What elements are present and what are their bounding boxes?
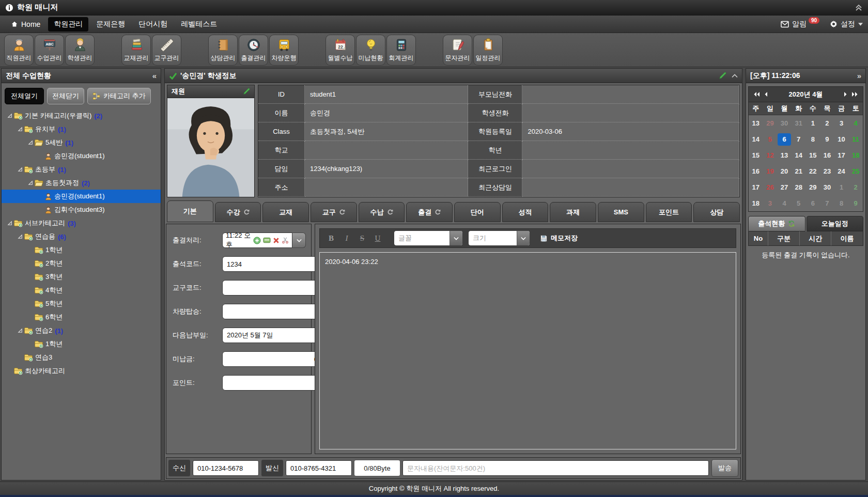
menu-item-학원관리[interactable]: 학원관리: [48, 17, 88, 32]
collapse-left-icon[interactable]: «: [152, 71, 157, 80]
calendar-day-5[interactable]: 5: [792, 195, 806, 211]
calendar-day-9[interactable]: 9: [848, 195, 863, 211]
calendar-day-21[interactable]: 21: [792, 163, 806, 179]
tree-item[interactable]: 연습용(6): [2, 230, 161, 243]
tab-SMS[interactable]: SMS: [598, 202, 644, 222]
calendar-day-2[interactable]: 2: [848, 179, 863, 195]
calendar-day-5[interactable]: 5: [763, 131, 778, 147]
calendar-last-icon[interactable]: [851, 92, 859, 97]
collapse-right-icon[interactable]: »: [857, 71, 861, 80]
calendar-day-24[interactable]: 24: [834, 163, 849, 179]
calendar-day-6[interactable]: 6: [806, 195, 820, 211]
att-tab-출석현황[interactable]: 출석현황: [748, 216, 805, 231]
toolbar-수업관리[interactable]: ABC수업관리: [35, 35, 64, 66]
sms-recv-input[interactable]: [193, 460, 259, 476]
attendance-time-field[interactable]: 11:22 오후: [222, 232, 292, 248]
calendar-day-3[interactable]: 3: [763, 195, 778, 211]
toolbar-미납현황[interactable]: 미납현황: [356, 35, 385, 66]
tree-item[interactable]: 송민경(student1): [2, 190, 161, 203]
tree-item[interactable]: 김휘수(student3): [2, 203, 161, 216]
calendar-day-23[interactable]: 23: [820, 163, 834, 179]
tab-포인트[interactable]: 포인트: [646, 202, 692, 222]
tab-수납[interactable]: 수납: [359, 202, 405, 222]
toolbar-직원관리[interactable]: 직원관리: [4, 35, 34, 66]
plus-circle-icon[interactable]: [253, 237, 261, 244]
toolbar-학생관리[interactable]: 학생관리: [65, 35, 95, 66]
tree-button-카테고리 추가[interactable]: 카테고리 추가: [87, 88, 151, 104]
calendar-day-7[interactable]: 7: [820, 195, 834, 211]
tab-교구[interactable]: 교구: [311, 202, 357, 222]
tree-expand-icon[interactable]: [16, 127, 24, 132]
scissors-icon[interactable]: [282, 237, 289, 244]
calendar-day-30[interactable]: 30: [777, 115, 792, 131]
tree-expand-icon[interactable]: [26, 180, 34, 185]
tab-성적[interactable]: 성적: [502, 202, 549, 222]
menu-item-문제은행[interactable]: 문제은행: [90, 17, 131, 32]
calendar-day-10[interactable]: 10: [834, 131, 849, 147]
x-red-icon[interactable]: [273, 237, 280, 244]
format-u-button[interactable]: U: [373, 234, 383, 243]
att-refresh-icon[interactable]: [788, 220, 795, 227]
calendar-day-8[interactable]: 8: [834, 195, 849, 211]
calendar-day-19[interactable]: 19: [763, 163, 778, 179]
notification-button[interactable]: 알림 90: [781, 20, 820, 29]
tree-item[interactable]: 초등부(1): [2, 163, 161, 176]
tree-item[interactable]: 2학년: [2, 257, 161, 270]
calendar-day-8[interactable]: 8: [806, 131, 820, 147]
tree-item[interactable]: 초등첫과정(2): [2, 176, 161, 190]
format-b-button[interactable]: B: [326, 234, 336, 243]
sms-message-input[interactable]: [402, 460, 709, 476]
tree-item[interactable]: 연습3: [2, 351, 161, 364]
tree-item[interactable]: 1학년: [2, 243, 161, 257]
calendar-day-22[interactable]: 22: [806, 163, 820, 179]
calendar-day-9[interactable]: 9: [820, 131, 834, 147]
tree-button-전체열기[interactable]: 전체열기: [5, 88, 44, 104]
calendar-day-1[interactable]: 1: [834, 179, 849, 195]
format-s-button[interactable]: S: [357, 234, 367, 243]
tab-교재[interactable]: 교재: [262, 202, 309, 222]
toolbar-일정관리[interactable]: 일정관리: [473, 35, 503, 66]
tab-기본[interactable]: 기본: [167, 200, 213, 222]
tree-expand-icon[interactable]: [16, 234, 24, 239]
calendar-day-11[interactable]: 11: [848, 131, 863, 147]
tree-expand-icon[interactable]: [16, 167, 24, 172]
font-select[interactable]: 글꼴: [394, 231, 462, 245]
menu-item-단어시험[interactable]: 단어시험: [133, 17, 173, 32]
tree-expand-icon[interactable]: [16, 328, 24, 333]
settings-button[interactable]: 설정: [830, 20, 863, 29]
tree-item[interactable]: 유치부(1): [2, 122, 161, 136]
calendar-day-7[interactable]: 7: [792, 131, 806, 147]
calendar-day-4[interactable]: 4: [848, 115, 863, 131]
toolbar-교재관리[interactable]: 교재관리: [121, 35, 151, 66]
collapse-panel-icon[interactable]: [732, 74, 738, 78]
calendar-day-2[interactable]: 2: [820, 115, 834, 131]
form-input-출석코드[interactable]: [222, 256, 322, 272]
attendance-dropdown-button[interactable]: [292, 232, 306, 248]
size-select[interactable]: 크기: [469, 231, 530, 245]
tree-item[interactable]: 송민경(student1): [2, 149, 161, 163]
calendar-day-13[interactable]: 13: [777, 147, 792, 163]
format-i-button[interactable]: I: [342, 234, 352, 243]
toolbar-월별수납[interactable]: 22월별수납: [326, 35, 355, 66]
calendar-day-16[interactable]: 16: [820, 147, 834, 163]
tree-expand-icon[interactable]: [6, 221, 13, 226]
tree-item[interactable]: 4학년: [2, 284, 161, 297]
photo-edit-pencil-icon[interactable]: [243, 88, 250, 95]
form-input-교구코드[interactable]: [222, 280, 322, 296]
menu-item-레벨테스트[interactable]: 레벨테스트: [175, 17, 223, 32]
tree-item[interactable]: 서브카테고리(3): [2, 216, 161, 230]
sms-send-input[interactable]: [286, 460, 352, 476]
calendar-day-3[interactable]: 3: [834, 115, 849, 131]
calendar-day-1[interactable]: 1: [806, 115, 820, 131]
toolbar-출결관리[interactable]: 출결관리: [239, 35, 268, 66]
sms-send-button[interactable]: 발송: [711, 459, 738, 477]
calendar-day-25[interactable]: 25: [848, 163, 863, 179]
calendar-day-20[interactable]: 20: [777, 163, 792, 179]
form-input-미납금[interactable]: [222, 351, 322, 367]
tab-상담[interactable]: 상담: [693, 202, 740, 222]
collapse-all-icon[interactable]: [855, 4, 863, 11]
tree-item[interactable]: 5학년: [2, 297, 161, 310]
tree-expand-icon[interactable]: [6, 113, 13, 118]
toolbar-차량운행[interactable]: 차량운행: [269, 35, 299, 66]
calendar-day-14[interactable]: 14: [792, 147, 806, 163]
